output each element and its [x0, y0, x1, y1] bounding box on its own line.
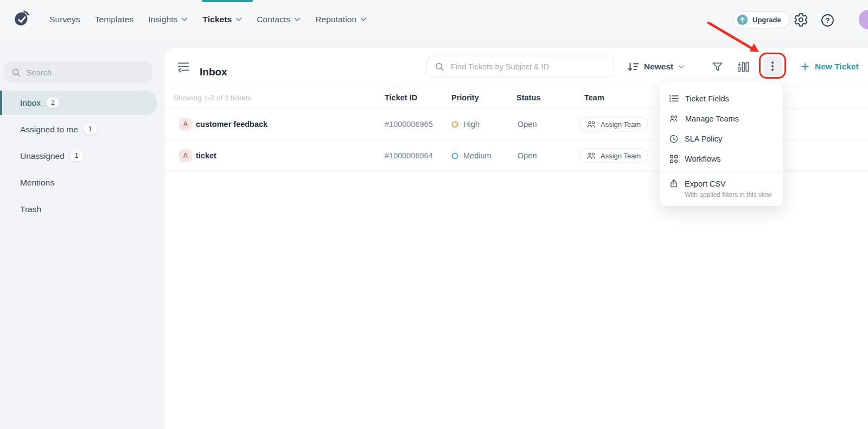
- search-icon: [11, 68, 21, 77]
- nav-item-surveys[interactable]: Surveys: [49, 15, 80, 24]
- ticket-id: #1000006964: [385, 151, 433, 160]
- upgrade-button[interactable]: Upgrade: [733, 11, 790, 28]
- priority-ring-icon: [451, 152, 458, 159]
- sort-value: Newest: [644, 62, 673, 72]
- app-logo-icon[interactable]: [12, 9, 31, 30]
- column-header-ticket-id: Ticket ID: [385, 93, 417, 102]
- nav-item-tickets[interactable]: Tickets: [202, 15, 242, 24]
- menu-item-workflows[interactable]: Workflows: [660, 149, 783, 169]
- ticket-status: Open: [518, 151, 537, 160]
- sidebar-item-mentions[interactable]: Mentions: [0, 170, 157, 195]
- sidebar-item-assigned-to-me[interactable]: Assigned to me 1: [0, 117, 157, 142]
- sidebar-search-input[interactable]: [25, 68, 145, 78]
- ticket-subject: ticket: [196, 151, 216, 160]
- chevron-down-icon: [678, 65, 684, 69]
- search-icon: [435, 62, 444, 72]
- teams-icon: [669, 114, 679, 123]
- menu-divider: [660, 172, 783, 172]
- kebab-menu-icon: [766, 60, 779, 73]
- sort-dropdown[interactable]: Newest: [627, 56, 684, 78]
- assign-team-button[interactable]: Assign Team: [579, 149, 648, 163]
- filter-funnel-icon[interactable]: [711, 61, 724, 73]
- assigned-count-badge: 1: [84, 124, 97, 135]
- sidebar-item-inbox[interactable]: Inbox 2: [0, 91, 157, 115]
- menu-item-manage-teams[interactable]: Manage Teams: [660, 108, 783, 129]
- ticket-subject: customer feedback: [196, 120, 267, 129]
- column-header-team: Team: [584, 93, 604, 102]
- page-title: Inbox: [200, 66, 227, 78]
- help-icon[interactable]: ?: [820, 13, 835, 28]
- ticket-priority: Medium: [451, 151, 492, 160]
- chevron-down-icon: [235, 17, 242, 22]
- settings-gear-icon[interactable]: [794, 12, 808, 27]
- list-icon: [669, 94, 679, 103]
- nav-item-reputation[interactable]: Reputation: [315, 15, 367, 24]
- export-csv-label: Export CSV: [685, 178, 771, 189]
- ticket-search-box[interactable]: [426, 56, 614, 78]
- column-header-priority: Priority: [451, 93, 479, 102]
- sidebar-item-trash[interactable]: Trash: [0, 197, 157, 221]
- ticket-priority: High: [451, 120, 480, 129]
- export-icon: [669, 178, 679, 188]
- sidebar-item-unassigned[interactable]: Unassigned 1: [0, 144, 157, 168]
- plus-icon: [801, 62, 809, 71]
- svg-text:?: ?: [826, 16, 830, 24]
- collapse-sidebar-icon[interactable]: [176, 61, 190, 74]
- column-header-status: Status: [516, 93, 540, 102]
- more-options-dropdown: Ticket Fields Manage Teams SLA Policy Wo…: [660, 82, 783, 206]
- menu-item-ticket-fields[interactable]: Ticket Fields: [660, 88, 783, 108]
- sort-icon: [627, 61, 639, 72]
- chevron-down-icon: [360, 17, 367, 22]
- inbox-count-badge: 2: [47, 98, 59, 108]
- menu-item-sla-policy[interactable]: SLA Policy: [660, 129, 783, 149]
- top-navigation-bar: Surveys Templates Insights Tickets Conta…: [0, 0, 868, 39]
- ticket-status: Open: [518, 120, 537, 129]
- primary-nav: Surveys Templates Insights Tickets Conta…: [49, 0, 367, 39]
- chevron-down-icon: [181, 17, 188, 22]
- user-avatar[interactable]: [859, 10, 868, 29]
- nav-item-templates[interactable]: Templates: [95, 15, 134, 24]
- sidebar-nav: Inbox 2 Assigned to me 1 Unassigned 1 Me…: [0, 91, 157, 223]
- unassigned-count-badge: 1: [71, 151, 83, 161]
- chevron-down-icon: [294, 17, 301, 22]
- assign-team-button[interactable]: Assign Team: [579, 117, 648, 132]
- new-ticket-button[interactable]: New Ticket: [801, 56, 859, 78]
- team-people-icon: [586, 151, 597, 161]
- export-csv-sublabel: With applied filters in this view: [685, 191, 771, 199]
- upgrade-arrow-icon: [737, 14, 748, 25]
- manage-columns-icon[interactable]: [737, 61, 749, 73]
- more-options-button[interactable]: [763, 56, 782, 76]
- results-summary: Showing 1-2 of 2 tickets: [174, 94, 251, 102]
- menu-item-export-csv[interactable]: Export CSV With applied filters in this …: [660, 177, 783, 199]
- sidebar-search-box[interactable]: [4, 62, 152, 83]
- team-people-icon: [586, 120, 597, 129]
- ticket-id: #1000006965: [385, 120, 433, 129]
- workflow-icon: [669, 154, 679, 164]
- sla-clock-icon: [669, 134, 679, 144]
- ticket-search-input[interactable]: [450, 62, 606, 72]
- nav-item-insights[interactable]: Insights: [148, 15, 188, 24]
- ticket-views-sidebar: Inbox 2 Assigned to me 1 Unassigned 1 Me…: [0, 39, 165, 429]
- avatar: A: [179, 118, 192, 131]
- avatar: A: [179, 149, 192, 162]
- nav-item-contacts[interactable]: Contacts: [257, 15, 301, 24]
- priority-ring-icon: [451, 121, 458, 128]
